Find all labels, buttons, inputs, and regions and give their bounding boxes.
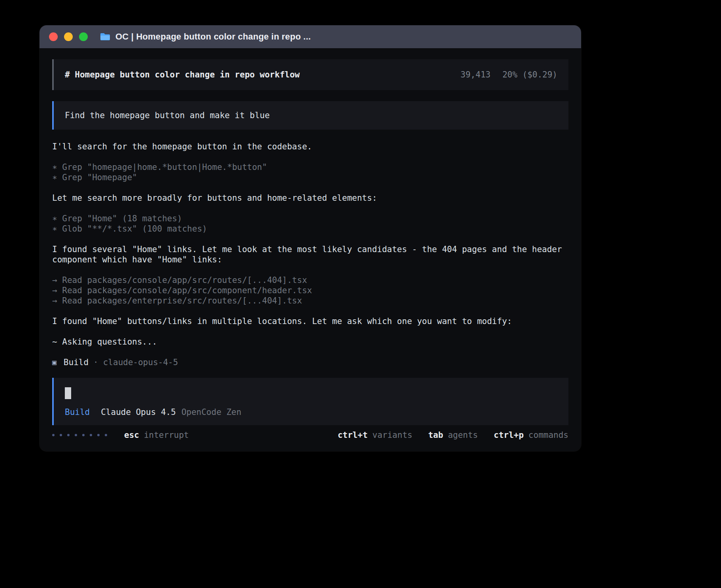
tool-call-glob: ∗ Glob "**/*.tsx" (100 matches) (52, 224, 568, 234)
window-controls (49, 32, 88, 41)
assistant-text: I'll search for the homepage button in t… (52, 141, 568, 152)
titlebar[interactable]: OC | Homepage button color change in rep… (40, 25, 581, 48)
file-read-line: → Read packages/enterprise/src/routes/[.… (52, 296, 568, 306)
conversation: I'll search for the homepage button in t… (52, 141, 568, 368)
zoom-button[interactable] (79, 32, 88, 41)
progress-dots (52, 434, 112, 436)
esc-key: esc (124, 430, 139, 440)
agents-label: agents (448, 430, 478, 440)
provider-name: OpenCode Zen (181, 407, 242, 417)
agent-status: ▣ Build · claude-opus-4-5 (52, 357, 568, 368)
interrupt-label: interrupt (144, 430, 189, 440)
context-usage: 20% ($0.29) (502, 70, 557, 80)
commands-label: commands (528, 430, 568, 440)
status-bar: esc interrupt ctrl+t variants tab agents… (52, 430, 568, 440)
agent-separator: · (93, 357, 98, 368)
ctrl-t-key: ctrl+t (338, 430, 368, 440)
hint-commands: ctrl+p commands (494, 430, 568, 440)
mode-row: Build Claude Opus 4.5 OpenCode Zen (65, 407, 557, 417)
prompt-input[interactable]: Build Claude Opus 4.5 OpenCode Zen (52, 378, 568, 425)
tool-call-grep: ∗ Grep "Home" (18 matches) (52, 213, 568, 224)
user-message: Find the homepage button and make it blu… (52, 101, 568, 130)
variants-label: variants (372, 430, 412, 440)
tool-call-grep: ∗ Grep "homepage|home.*button|Home.*butt… (52, 162, 568, 172)
status-asking-questions: ~ Asking questions... (52, 337, 568, 347)
tab-key: tab (428, 430, 443, 440)
mode-indicator: Build (65, 407, 90, 417)
session-title: # Homepage button color change in repo w… (65, 70, 300, 80)
minimize-button[interactable] (64, 32, 73, 41)
folder-icon (100, 32, 111, 41)
model-name: Claude Opus 4.5 (101, 407, 176, 417)
file-read-line: → Read packages/console/app/src/componen… (52, 285, 568, 296)
token-count: 39,413 (461, 70, 491, 80)
terminal-window: OC | Homepage button color change in rep… (40, 25, 581, 451)
agent-model: claude-opus-4-5 (103, 357, 178, 368)
user-message-text: Find the homepage button and make it blu… (65, 111, 270, 120)
hint-variants: ctrl+t variants (338, 430, 412, 440)
session-header: # Homepage button color change in repo w… (52, 59, 568, 90)
close-button[interactable] (49, 32, 58, 41)
build-agent-icon: ▣ (52, 357, 57, 368)
shortcut-hints: ctrl+t variants tab agents ctrl+p comman… (338, 430, 568, 440)
session-stats: 39,413 20% ($0.29) (461, 70, 557, 80)
tool-call-grep: ∗ Grep "Homepage" (52, 172, 568, 183)
assistant-text: Let me search more broadly for buttons a… (52, 193, 568, 203)
text-cursor (65, 387, 71, 399)
interrupt-hint: esc interrupt (52, 430, 189, 440)
assistant-text: I found "Home" buttons/links in multiple… (52, 316, 568, 326)
agent-name: Build (64, 357, 89, 368)
assistant-text: I found several "Home" links. Let me loo… (52, 244, 568, 265)
ctrl-p-key: ctrl+p (494, 430, 524, 440)
window-title: OC | Homepage button color change in rep… (115, 32, 311, 42)
terminal-content: # Homepage button color change in repo w… (40, 48, 581, 451)
hint-agents: tab agents (428, 430, 478, 440)
file-read-line: → Read packages/console/app/src/routes/[… (52, 275, 568, 285)
